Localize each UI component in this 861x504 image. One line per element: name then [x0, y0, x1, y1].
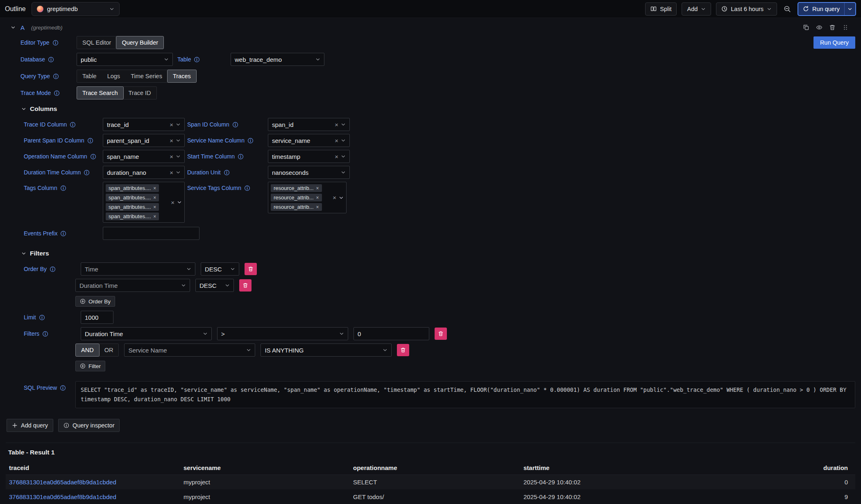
delete-filter-button[interactable] — [435, 328, 447, 340]
chevron-down-icon[interactable] — [225, 283, 230, 288]
database-select[interactable]: public — [77, 53, 173, 66]
chevron-down-icon[interactable] — [164, 57, 169, 62]
filter-value-input[interactable] — [353, 327, 429, 340]
duration-unit-select[interactable]: nanoseconds — [268, 166, 350, 179]
table-select[interactable]: web_trace_demo — [231, 53, 324, 66]
chevron-down-icon[interactable] — [246, 348, 251, 353]
filter-field-select[interactable]: Duration Time — [81, 327, 212, 340]
trace-id-column-select[interactable]: trace_id — [103, 118, 185, 131]
remove-query-button[interactable] — [829, 24, 836, 31]
filter-operator-select[interactable]: IS ANYTHING — [261, 344, 392, 357]
columns-section-header[interactable]: Columns — [21, 105, 855, 113]
disable-query-button[interactable] — [816, 24, 822, 31]
run-query-split-button[interactable]: Run query — [798, 2, 856, 16]
clear-all-icon[interactable] — [171, 199, 174, 206]
query-type-option-logs[interactable]: Logs — [102, 70, 125, 82]
duplicate-query-button[interactable] — [803, 24, 809, 31]
run-query-interval-caret[interactable] — [844, 3, 855, 15]
chevron-down-icon[interactable] — [176, 154, 181, 159]
time-range-picker[interactable]: Last 6 hours — [716, 2, 777, 16]
chevron-down-icon[interactable] — [383, 348, 387, 353]
chevron-down-icon[interactable] — [315, 57, 320, 62]
remove-tag-icon[interactable] — [316, 195, 319, 200]
chevron-down-icon[interactable] — [341, 138, 346, 143]
query-type-option-traces[interactable]: Traces — [168, 70, 196, 82]
trace-id-link[interactable]: 3768831301ea0d65adaef8b9da1cbded — [9, 479, 116, 486]
clear-icon[interactable] — [170, 138, 173, 144]
editor-type-option-query-builder[interactable]: Query Builder — [116, 36, 163, 49]
outline-button[interactable]: Outline — [5, 5, 26, 13]
or-option[interactable]: OR — [99, 344, 119, 356]
span-id-column-select[interactable]: span_id — [268, 118, 350, 131]
add-dropdown-button[interactable]: Add — [682, 2, 711, 16]
column-header-operationname[interactable]: operationname — [350, 461, 520, 475]
chevron-down-icon[interactable] — [339, 331, 344, 336]
chevron-down-icon[interactable] — [181, 283, 186, 288]
chevron-down-icon[interactable] — [177, 200, 182, 205]
filter-operator-select[interactable]: > — [217, 327, 348, 340]
clear-icon[interactable] — [335, 122, 338, 128]
remove-tag-icon[interactable] — [153, 205, 156, 210]
column-header-duration[interactable]: duration — [691, 461, 855, 475]
column-header-traceid[interactable]: traceid — [6, 461, 180, 475]
clear-icon[interactable] — [170, 170, 173, 176]
delete-order-by-button[interactable] — [239, 279, 252, 292]
delete-filter-button[interactable] — [397, 344, 409, 356]
duration-time-column-select[interactable]: duration_nano — [103, 166, 185, 179]
order-by-direction-select[interactable]: DESC — [201, 262, 239, 276]
service-name-column-select[interactable]: service_name — [268, 134, 350, 147]
query-row-header[interactable]: A (greptimedb) — [6, 21, 855, 34]
order-by-field-select[interactable]: Duration Time — [75, 279, 190, 292]
operation-name-column-select[interactable]: span_name — [103, 150, 185, 163]
start-time-column-select[interactable]: timestamp — [268, 150, 350, 163]
column-header-starttime[interactable]: starttime — [520, 461, 691, 475]
column-header-servicename[interactable]: servicename — [180, 461, 350, 475]
datasource-picker[interactable]: greptimedb — [32, 2, 120, 16]
chevron-down-icon[interactable] — [176, 170, 181, 175]
add-order-by-button[interactable]: Order By — [75, 296, 115, 307]
query-inspector-button[interactable]: Query inspector — [58, 419, 120, 432]
tags-column-multiselect[interactable]: span_attributes.... span_attributes.... … — [103, 182, 185, 223]
chevron-down-icon[interactable] — [341, 170, 346, 175]
and-option[interactable]: AND — [76, 344, 99, 356]
clear-all-icon[interactable] — [333, 194, 336, 201]
chevron-down-icon[interactable] — [341, 122, 346, 127]
clear-icon[interactable] — [170, 154, 173, 160]
trace-mode-option-trace-id[interactable]: Trace ID — [123, 87, 156, 99]
delete-order-by-button[interactable] — [245, 263, 257, 275]
trace-id-link[interactable]: 3768831301ea0d65adaef8b9da1cbded — [9, 493, 116, 500]
clear-icon[interactable] — [335, 154, 338, 160]
remove-tag-icon[interactable] — [153, 195, 156, 200]
drag-handle[interactable] — [842, 24, 849, 31]
chevron-down-icon[interactable] — [176, 122, 181, 127]
clear-icon[interactable] — [170, 122, 173, 128]
service-tags-column-multiselect[interactable]: resource_attrib... resource_attrib... re… — [268, 182, 347, 213]
order-by-field-select[interactable]: Time — [81, 262, 195, 276]
trace-mode-option-trace-search[interactable]: Trace Search — [77, 87, 123, 99]
filters-section-header[interactable]: Filters — [21, 250, 855, 257]
order-by-direction-select[interactable]: DESC — [195, 279, 234, 292]
chevron-down-icon[interactable] — [339, 195, 344, 200]
chevron-down-icon[interactable] — [176, 138, 181, 143]
remove-tag-icon[interactable] — [153, 214, 156, 219]
remove-tag-icon[interactable] — [316, 205, 319, 210]
remove-tag-icon[interactable] — [153, 186, 156, 191]
editor-type-option-sql-editor[interactable]: SQL Editor — [77, 36, 116, 49]
chevron-down-icon[interactable] — [186, 267, 191, 271]
chevron-down-icon[interactable] — [230, 267, 235, 271]
query-type-option-time-series[interactable]: Time Series — [125, 70, 168, 82]
add-query-button[interactable]: Add query — [7, 419, 53, 432]
run-query-main[interactable]: Run query — [798, 3, 844, 15]
chevron-down-icon[interactable] — [341, 154, 346, 159]
query-type-option-table[interactable]: Table — [77, 70, 102, 82]
run-query-button[interactable]: Run Query — [813, 36, 855, 49]
limit-input[interactable] — [81, 311, 113, 324]
events-prefix-input[interactable] — [103, 227, 199, 240]
clear-icon[interactable] — [335, 138, 338, 144]
remove-tag-icon[interactable] — [316, 186, 319, 191]
chevron-down-icon[interactable] — [203, 331, 208, 336]
filter-field-select[interactable]: Service Name — [124, 344, 255, 357]
split-button[interactable]: Split — [645, 2, 677, 16]
add-filter-button[interactable]: Filter — [75, 361, 105, 371]
parent-span-id-column-select[interactable]: parent_span_id — [103, 134, 185, 147]
